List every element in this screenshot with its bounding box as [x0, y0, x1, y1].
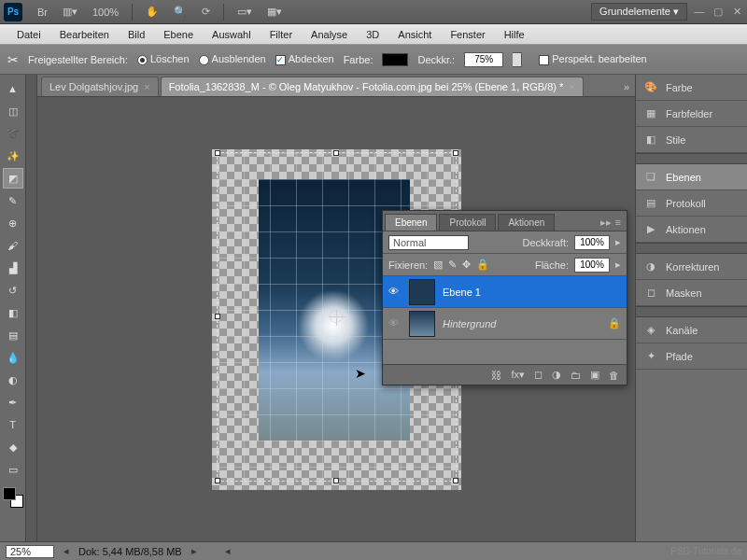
panel-aktionen[interactable]: ▶Aktionen	[636, 217, 747, 243]
rotate-view-icon[interactable]: ⟳	[198, 4, 214, 20]
status-menu-icon[interactable]: ▸	[191, 545, 197, 557]
eraser-tool[interactable]: ◧	[3, 302, 23, 323]
panel-pfade[interactable]: ✦Pfade	[636, 343, 747, 370]
blend-mode-select[interactable]: Normal	[388, 235, 469, 250]
layers-tab-ebenen[interactable]: Ebenen	[385, 214, 437, 231]
crop-handle[interactable]	[215, 314, 220, 319]
layer-opacity-input[interactable]: 100%	[574, 235, 610, 250]
stamp-tool[interactable]: ▟	[3, 258, 23, 278]
menu-ansicht[interactable]: Ansicht	[388, 26, 441, 43]
type-tool[interactable]: T	[3, 414, 23, 435]
lasso-tool[interactable]: ➰	[3, 123, 23, 144]
tab-overflow[interactable]: »	[618, 77, 635, 96]
fill-dropdown[interactable]: ▸	[615, 259, 621, 271]
panel-farbe[interactable]: 🎨Farbe	[636, 75, 747, 101]
radio-delete[interactable]: Löschen	[137, 53, 190, 65]
pen-tool[interactable]: ✒	[3, 392, 23, 413]
brush-tool[interactable]: 🖌	[3, 235, 23, 256]
shape-tool[interactable]: ▭	[3, 459, 23, 480]
layer-thumbnail[interactable]	[409, 279, 435, 305]
panel-korrekturen[interactable]: ◑Korrekturen	[636, 254, 747, 280]
radio-hide[interactable]: Ausblenden	[199, 53, 266, 65]
lock-pixels-icon[interactable]: ✎	[448, 259, 457, 271]
panel-ebenen[interactable]: ❏Ebenen	[636, 164, 747, 190]
delete-layer-icon[interactable]: 🗑	[609, 370, 619, 381]
menu-3d[interactable]: 3D	[357, 26, 388, 43]
marquee-tool[interactable]: ◫	[3, 101, 23, 121]
status-scroll-left[interactable]: ◂	[225, 545, 231, 557]
new-layer-icon[interactable]: ▣	[590, 369, 599, 381]
menu-auswahl[interactable]: Auswahl	[203, 26, 261, 43]
tab-document-0[interactable]: Lev Dolgatshjov.jpg×	[41, 77, 159, 96]
panel-menu-icon[interactable]: ≡	[615, 217, 621, 229]
close-button[interactable]: ✕	[730, 6, 743, 19]
move-tool[interactable]: ▲	[3, 78, 23, 99]
zoom-field[interactable]: 25%	[6, 545, 54, 558]
adjustment-layer-icon[interactable]: ◑	[552, 369, 561, 381]
panel-kanaele[interactable]: ◈Kanäle	[636, 317, 747, 343]
bridge-button[interactable]: Br	[34, 5, 51, 20]
menu-ebene[interactable]: Ebene	[154, 26, 203, 43]
layer-name[interactable]: Ebene 1	[443, 287, 621, 298]
lock-transparent-icon[interactable]: ▧	[433, 259, 443, 271]
opacity-input[interactable]: 75%	[464, 52, 503, 67]
color-swatches[interactable]	[3, 487, 23, 508]
menu-analyse[interactable]: Analyse	[302, 26, 357, 43]
panel-collapse-icon[interactable]: ▸▸	[600, 217, 612, 229]
screenmode-icon[interactable]: ▭▾	[233, 4, 256, 20]
layer-fx-icon[interactable]: fx▾	[511, 369, 525, 381]
menu-filter[interactable]: Filter	[261, 26, 302, 43]
layers-tab-protokoll[interactable]: Protokoll	[439, 214, 496, 231]
opacity-stepper[interactable]	[513, 52, 522, 67]
workspace-select[interactable]: Grundelemente ▾	[591, 3, 687, 21]
crop-handle[interactable]	[453, 478, 458, 483]
layer-group-icon[interactable]: 🗀	[571, 370, 581, 381]
crop-center[interactable]	[330, 310, 343, 323]
crop-handle[interactable]	[333, 150, 339, 156]
visibility-icon[interactable]: 👁	[388, 286, 402, 299]
layers-tab-aktionen[interactable]: Aktionen	[498, 214, 555, 231]
crop-handle[interactable]	[333, 478, 339, 483]
wand-tool[interactable]: ✨	[3, 146, 23, 166]
menu-datei[interactable]: Datei	[7, 26, 50, 43]
check-cover[interactable]: ✓Abdecken	[275, 53, 334, 65]
layer-thumbnail[interactable]	[409, 311, 435, 337]
dodge-tool[interactable]: ◐	[3, 370, 23, 390]
crop-handle[interactable]	[453, 150, 458, 156]
layer-row[interactable]: 👁 Ebene 1	[383, 276, 627, 308]
arrange-button[interactable]: ▥▾	[59, 4, 81, 20]
visibility-icon[interactable]: 👁	[388, 317, 402, 330]
zoom-icon[interactable]: 🔍	[170, 4, 190, 20]
menu-bild[interactable]: Bild	[119, 26, 154, 43]
hand-icon[interactable]: ✋	[142, 4, 162, 20]
status-prev-icon[interactable]: ◂	[63, 545, 69, 557]
menu-hilfe[interactable]: Hilfe	[495, 26, 534, 43]
dock-strip-left[interactable]	[26, 75, 37, 541]
opacity-dropdown[interactable]: ▸	[615, 236, 621, 248]
crop-tool[interactable]: ◩	[3, 168, 23, 189]
heal-tool[interactable]: ⊕	[3, 213, 23, 233]
minimize-button[interactable]: —	[693, 6, 706, 19]
crop-handle[interactable]	[215, 478, 220, 483]
layer-name[interactable]: Hintergrund	[443, 318, 600, 329]
menu-bearbeiten[interactable]: Bearbeiten	[50, 26, 119, 43]
crop-handle[interactable]	[215, 150, 220, 156]
extras-icon[interactable]: ▦▾	[263, 4, 286, 20]
zoom-level[interactable]: 100%	[89, 5, 122, 20]
history-brush-tool[interactable]: ↺	[3, 280, 23, 301]
close-icon[interactable]: ×	[569, 81, 574, 92]
panel-protokoll[interactable]: ▤Protokoll	[636, 190, 747, 217]
path-select-tool[interactable]: ◆	[3, 437, 23, 457]
menu-fenster[interactable]: Fenster	[441, 26, 494, 43]
lock-all-icon[interactable]: 🔒	[476, 259, 489, 271]
layer-row[interactable]: 👁 Hintergrund 🔒	[383, 308, 627, 340]
tab-document-1[interactable]: Fotolia_1362838_M - © Oleg Matyukhov - F…	[161, 77, 584, 96]
close-icon[interactable]: ×	[144, 81, 149, 92]
panel-masken[interactable]: ◻Masken	[636, 280, 747, 306]
maximize-button[interactable]: ▢	[712, 6, 725, 19]
eyedropper-tool[interactable]: ✎	[3, 190, 23, 211]
cover-color-swatch[interactable]	[382, 53, 408, 66]
blur-tool[interactable]: 💧	[3, 347, 23, 368]
gradient-tool[interactable]: ▤	[3, 325, 23, 345]
panel-stile[interactable]: ◧Stile	[636, 127, 747, 153]
